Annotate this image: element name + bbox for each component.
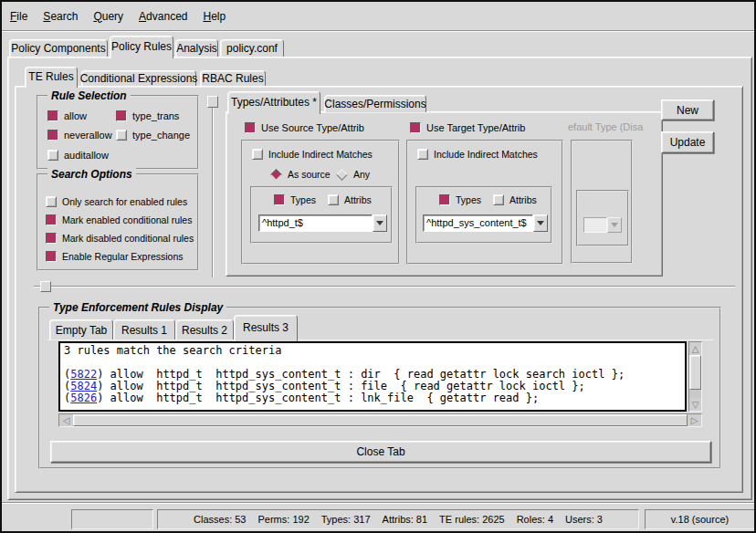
- checkbox-auditallow-label: auditallow: [64, 150, 109, 161]
- checkbox-source-types[interactable]: Types: [274, 193, 316, 206]
- checkbox-allow-box[interactable]: [47, 110, 58, 121]
- checkbox-target-types-label: Types: [456, 194, 481, 205]
- status-stat: Roles: 4: [517, 514, 553, 525]
- tab-classes-permissions[interactable]: Classes/Permissions: [324, 95, 426, 112]
- checkbox-target-attribs[interactable]: Attribs: [493, 193, 537, 206]
- tab-results-3[interactable]: Results 3: [234, 315, 298, 341]
- tab-analysis[interactable]: Analysis: [175, 39, 218, 57]
- radio-as-source[interactable]: As source: [270, 168, 331, 181]
- radio-as-source-label: As source: [288, 169, 331, 180]
- target-type-combobox-arrow[interactable]: [533, 214, 548, 232]
- checkbox-source-types-label: Types: [290, 194, 316, 205]
- checkbox-mark-enabled-box[interactable]: [46, 214, 57, 225]
- tab-rbac-rules[interactable]: RBAC Rules: [200, 70, 266, 86]
- menu-help[interactable]: Help: [203, 10, 226, 23]
- checkbox-mark-enabled[interactable]: Mark enabled conditional rules: [46, 214, 192, 226]
- tab-policy-rules[interactable]: Policy Rules: [110, 36, 173, 58]
- tab-results-2[interactable]: Results 2: [175, 319, 234, 340]
- new-button[interactable]: New: [661, 99, 714, 120]
- target-type-combobox-value[interactable]: ^httpd_sys_content_t$: [423, 214, 533, 232]
- target-type-combobox[interactable]: ^httpd_sys_content_t$: [423, 214, 548, 232]
- checkbox-source-attribs-box[interactable]: [328, 194, 339, 205]
- horizontal-sash-handle[interactable]: [40, 281, 51, 292]
- checkbox-target-indirect-label: Include Indirect Matches: [434, 149, 538, 160]
- checkbox-only-enabled-box[interactable]: [46, 196, 57, 207]
- checkbox-target-types-box[interactable]: [439, 194, 450, 205]
- checkbox-use-source-box[interactable]: [245, 122, 256, 133]
- checkbox-source-types-box[interactable]: [274, 194, 285, 205]
- checkbox-only-enabled[interactable]: Only search for enabled rules: [46, 195, 187, 208]
- tab-te-rules[interactable]: TE Rules: [25, 67, 78, 88]
- checkbox-mark-disabled-box[interactable]: [46, 233, 57, 244]
- chevron-down-icon: [611, 223, 618, 227]
- update-button[interactable]: Update: [661, 131, 714, 153]
- close-tab-button[interactable]: Close Tab: [50, 441, 711, 463]
- tab-policy-conf[interactable]: policy.conf: [220, 39, 284, 57]
- status-stat: Perms: 192: [258, 514, 310, 525]
- results-group-title: Type Enforcement Rules Display: [49, 301, 226, 314]
- radio-as-source-dot[interactable]: [270, 169, 282, 181]
- status-stats-box: Classes: 53Perms: 192Types: 317Attribs: …: [157, 509, 639, 529]
- checkbox-neverallow-box[interactable]: [47, 130, 58, 141]
- source-type-combobox-value[interactable]: ^httpd_t$: [258, 214, 373, 232]
- checkbox-mark-enabled-label: Mark enabled conditional rules: [62, 214, 192, 225]
- menu-bar: FileSearchQueryAdvancedHelp: [2, 2, 754, 30]
- menu-query[interactable]: Query: [93, 10, 123, 23]
- radio-any[interactable]: Any: [336, 168, 370, 181]
- checkbox-source-indirect[interactable]: Include Indirect Matches: [252, 148, 373, 161]
- checkbox-mark-disabled[interactable]: Mark disabled conditional rules: [46, 232, 194, 245]
- chevron-down-icon: [537, 221, 544, 225]
- status-stat: Users: 3: [565, 514, 603, 525]
- rule-selection-title: Rule Selection: [47, 89, 131, 102]
- checkbox-auditallow[interactable]: auditallow: [47, 149, 109, 162]
- checkbox-auditallow-box[interactable]: [47, 150, 58, 161]
- status-stat: Attribs: 81: [383, 514, 428, 525]
- checkbox-regex-box[interactable]: [46, 251, 57, 262]
- checkbox-allow[interactable]: allow: [47, 110, 87, 122]
- menu-advanced[interactable]: Advanced: [139, 10, 187, 23]
- checkbox-type-change-label: type_change: [132, 130, 190, 141]
- checkbox-source-attribs[interactable]: Attribs: [328, 193, 372, 206]
- checkbox-allow-label: allow: [64, 110, 87, 121]
- horizontal-sash-line: [34, 286, 735, 287]
- checkbox-neverallow[interactable]: neverallow: [47, 129, 112, 141]
- checkbox-use-target-box[interactable]: [410, 122, 421, 133]
- checkbox-use-target[interactable]: Use Target Type/Attrib: [410, 121, 525, 134]
- status-bar-separator: [2, 502, 754, 504]
- checkbox-mark-disabled-label: Mark disabled conditional rules: [62, 233, 194, 244]
- checkbox-regex[interactable]: Enable Regular Expressions: [46, 250, 184, 263]
- app-window: FileSearchQueryAdvancedHelp Policy Compo…: [0, 0, 756, 533]
- menu-file[interactable]: File: [10, 10, 27, 23]
- results-tab-baseline: [47, 340, 714, 340]
- menu-search[interactable]: Search: [43, 10, 78, 23]
- source-type-combobox[interactable]: ^httpd_t$: [258, 214, 387, 232]
- checkbox-use-source-label: Use Source Type/Attrib: [261, 122, 364, 133]
- tab-empty-tab[interactable]: Empty Tab: [49, 319, 113, 340]
- tab-types-attributes[interactable]: Types/Attributes *: [227, 91, 320, 114]
- checkbox-type-change-box[interactable]: [116, 130, 127, 141]
- checkbox-target-indirect[interactable]: Include Indirect Matches: [417, 148, 538, 161]
- checkbox-target-indirect-box[interactable]: [417, 149, 428, 160]
- checkbox-target-attribs-box[interactable]: [493, 194, 504, 205]
- checkbox-use-source[interactable]: Use Source Type/Attrib: [245, 121, 364, 134]
- search-options-title: Search Options: [47, 168, 136, 181]
- checkbox-type-trans[interactable]: type_trans: [116, 110, 179, 122]
- default-type-label: efault Type (Disa: [568, 121, 653, 132]
- vertical-sash-handle[interactable]: [207, 96, 218, 108]
- radio-any-dot[interactable]: [336, 169, 348, 181]
- source-type-combobox-arrow[interactable]: [373, 214, 387, 232]
- status-version-box: v.18 (source): [645, 509, 755, 529]
- checkbox-use-target-label: Use Target Type/Attrib: [426, 122, 525, 133]
- checkbox-source-indirect-box[interactable]: [252, 149, 263, 160]
- default-type-combobox-arrow: [607, 217, 622, 233]
- tab-conditional-expressions[interactable]: Conditional Expressions: [81, 70, 196, 86]
- tab-policy-components[interactable]: Policy Components: [9, 39, 108, 57]
- tab-results-1[interactable]: Results 1: [113, 319, 175, 340]
- checkbox-type-trans-box[interactable]: [116, 110, 127, 121]
- default-type-combobox: [583, 217, 622, 233]
- checkbox-regex-label: Enable Regular Expressions: [62, 251, 184, 262]
- checkbox-target-types[interactable]: Types: [439, 193, 481, 206]
- checkbox-type-change[interactable]: type_change: [116, 129, 190, 141]
- checkbox-source-attribs-label: Attribs: [344, 194, 372, 205]
- menu-separator: [2, 30, 754, 32]
